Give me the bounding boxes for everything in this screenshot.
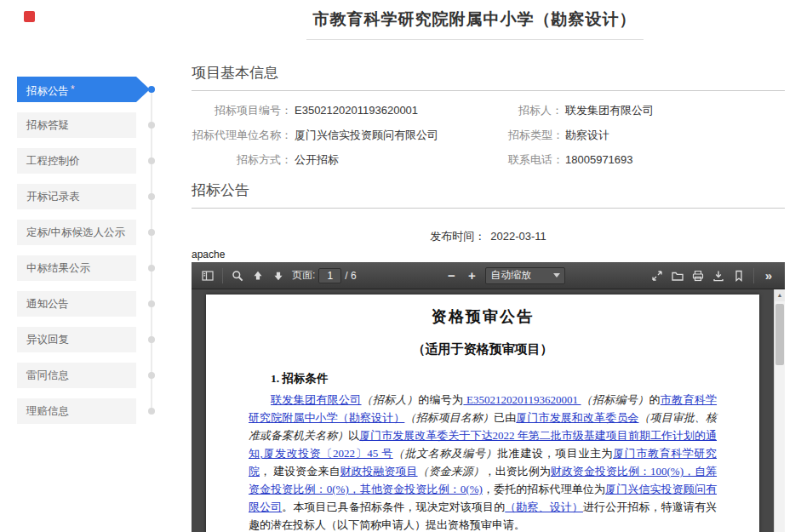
info-field-label: 招标方式：	[192, 152, 292, 168]
timeline-dot	[148, 336, 155, 343]
doc-link[interactable]: 联发集团有限公司	[271, 393, 362, 406]
timeline-dot	[148, 157, 155, 164]
info-field: 招标人：联发集团有限公司	[508, 98, 785, 123]
page-number-input[interactable]	[318, 268, 341, 283]
timeline-dot	[148, 265, 155, 272]
print-button[interactable]	[688, 266, 708, 286]
info-field-value: 厦门兴信实投资顾问有限公司	[295, 128, 438, 143]
sidebar-timeline-line	[151, 89, 152, 411]
logo-mark	[24, 11, 35, 22]
sidebar-item[interactable]: 招标答疑	[17, 112, 136, 138]
search-button[interactable]	[227, 266, 248, 286]
info-grid: 招标项目编号：E3502120201193620001招标人：联发集团有限公司招…	[192, 98, 785, 172]
info-field-label: 联系电话：	[508, 152, 563, 168]
info-field-label: 招标类型：	[508, 128, 563, 143]
publish-time-label: 发布时间：	[430, 230, 485, 243]
sidebar-item-label: 通知公告	[26, 298, 69, 310]
timeline-dot	[148, 300, 155, 307]
doc-text: ，委托的招标代理单位为	[483, 483, 605, 495]
doc-link[interactable]: E3502120201193620001	[463, 393, 581, 406]
arrow-up-icon	[252, 270, 264, 282]
scroll-thumb[interactable]	[775, 304, 784, 365]
doc-subtitle: （适用于资格预审项目）	[249, 341, 717, 358]
pdf-toolbar: 页面: / 6 − + 自动缩放	[192, 262, 785, 289]
sidebar-item[interactable]: 雷同信息	[17, 363, 136, 388]
doc-text: （资金来源）	[418, 465, 484, 478]
arrow-down-icon	[272, 270, 284, 282]
timeline-dot	[148, 122, 155, 129]
sidebar-item-label: 招标答疑	[26, 119, 69, 131]
info-field: 招标项目编号：E3502120201193620001	[192, 98, 508, 123]
doc-text: 的编号为	[418, 393, 463, 406]
scroll-up-button[interactable]: ▲	[775, 289, 785, 301]
chevron-down-icon	[553, 273, 560, 277]
doc-text: （招标编号）	[581, 393, 649, 406]
info-field-value: 18005971693	[565, 153, 633, 166]
pdf-page: 资格预审公告 （适用于资格预审项目） 1. 招标条件 联发集团有限公司（招标人）…	[206, 295, 759, 532]
doc-text: 以	[348, 429, 359, 442]
more-tools-button[interactable]: »	[758, 266, 779, 286]
doc-text: ，出资比例为	[484, 465, 551, 478]
page-title: 市教育科学研究院附属中小学（勘察设计）	[306, 9, 644, 40]
zoom-out-button[interactable]: −	[441, 266, 461, 286]
open-file-button[interactable]	[667, 266, 688, 286]
sidebar-item-label: 雷同信息	[26, 369, 69, 381]
printer-icon	[691, 269, 705, 283]
sidebar-toggle-icon	[201, 269, 215, 283]
timeline-dot	[148, 86, 155, 93]
publish-time-value: 2022-03-11	[490, 230, 546, 243]
doc-text: 。本项目已具备招标条件，现决定对该项目的	[282, 501, 505, 513]
bookmark-button[interactable]	[729, 266, 749, 286]
info-field-value: 公开招标	[295, 152, 339, 168]
sidebar-item[interactable]: 中标结果公示	[17, 255, 136, 281]
pdf-scrollbar[interactable]: ▲	[774, 289, 785, 532]
pdf-viewer: 页面: / 6 − + 自动缩放	[192, 262, 785, 532]
bookmark-icon	[732, 269, 746, 283]
required-asterisk: *	[71, 83, 75, 95]
doc-link[interactable]: （勘察、设计）	[505, 501, 583, 513]
toolbar-divider	[222, 268, 223, 283]
doc-text: 批准建设，项目业主为	[497, 447, 613, 460]
sidebar-item[interactable]: 异议回复	[17, 327, 136, 352]
page-total: / 6	[345, 270, 356, 282]
doc-text: 的	[649, 393, 660, 406]
sidebar-item-label: 开标记录表	[26, 191, 80, 203]
zoom-select[interactable]: 自动缩放	[485, 267, 565, 284]
doc-link[interactable]: 厦门市发展和改革委员会	[516, 411, 638, 424]
doc-text: （批文名称及编号）	[393, 447, 497, 460]
sidebar-item[interactable]: 定标/中标候选人公示	[17, 220, 136, 245]
sidebar-toggle-button[interactable]	[197, 266, 218, 286]
sidebar: 招标公告*招标答疑工程控制价开标记录表定标/中标候选人公示中标结果公示通知公告异…	[17, 77, 175, 434]
sidebar-item[interactable]: 通知公告	[17, 291, 136, 317]
sidebar-item-label: 定标/中标候选人公示	[26, 226, 125, 238]
sidebar-item-label: 异议回复	[26, 334, 69, 346]
doc-link[interactable]: 财政投融资项目	[340, 465, 417, 478]
doc-text: （招标项目名称）	[404, 411, 494, 424]
zoom-in-button[interactable]: +	[461, 266, 482, 286]
sidebar-item[interactable]: 工程控制价	[17, 148, 136, 174]
sidebar-item-label: 中标结果公示	[26, 262, 90, 274]
download-button[interactable]	[708, 266, 729, 286]
timeline-dot	[148, 372, 155, 379]
info-field: 招标方式：公开招标	[192, 147, 508, 172]
info-field-value: 勘察设计	[565, 128, 609, 143]
section-title-basic-info: 项目基本信息	[192, 63, 785, 91]
presentation-mode-button[interactable]	[647, 266, 667, 286]
info-field-label: 招标人：	[508, 103, 563, 118]
previous-page-button[interactable]	[248, 266, 268, 286]
doc-text: （招标人）	[362, 393, 419, 406]
sidebar-item[interactable]: 招标公告*	[17, 77, 136, 102]
download-icon	[712, 269, 725, 283]
section-title-announcement: 招标公告	[192, 180, 785, 209]
doc-heading: 1. 招标条件	[249, 371, 717, 386]
timeline-dot	[148, 229, 155, 236]
info-field: 招标类型：勘察设计	[508, 123, 785, 147]
info-field-value: E3502120201193620001	[295, 104, 418, 117]
next-page-button[interactable]	[268, 266, 289, 286]
page-label: 页面:	[292, 268, 315, 283]
sidebar-item[interactable]: 理赔信息	[17, 398, 136, 424]
sidebar-item[interactable]: 开标记录表	[17, 184, 136, 209]
folder-icon	[671, 269, 684, 283]
sidebar-item-label: 工程控制价	[26, 155, 80, 167]
timeline-dot	[148, 193, 155, 200]
